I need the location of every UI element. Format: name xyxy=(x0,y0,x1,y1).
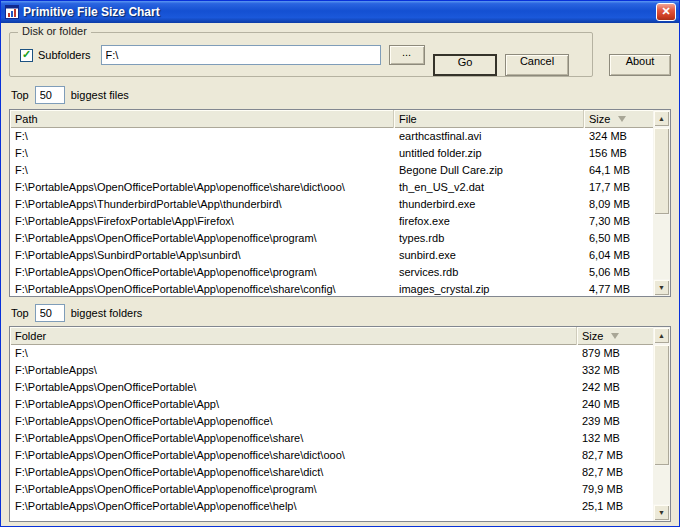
cell-size: 5,06 MB xyxy=(584,264,653,281)
cell-size: 6,04 MB xyxy=(584,247,653,264)
cell-file: Begone Dull Care.zip xyxy=(394,162,584,179)
cell-folder: F:\PortableApps\OpenOfficePortable\App\o… xyxy=(10,430,577,447)
files-caption-label: biggest files xyxy=(71,89,129,101)
files-table-body: F:\earthcastfinal.avi324 MBF:\untitled f… xyxy=(10,128,653,296)
table-row[interactable]: F:\PortableApps\OpenOfficePortable\App\o… xyxy=(10,498,653,515)
folders-scroll-track[interactable] xyxy=(653,344,670,504)
table-row[interactable]: F:\PortableApps\OpenOfficePortable\App\o… xyxy=(10,179,653,196)
cell-path: F:\PortableApps\FirefoxPortable\App\Fire… xyxy=(10,213,394,230)
folders-caption-label: biggest folders xyxy=(71,307,143,319)
table-row[interactable]: F:\PortableApps\OpenOfficePortable\App\o… xyxy=(10,264,653,281)
close-icon: ✕ xyxy=(661,5,670,17)
files-scrollbar[interactable]: ▲ ▼ xyxy=(653,110,670,296)
table-row[interactable]: F:\PortableApps\SunbirdPortable\App\sunb… xyxy=(10,247,653,264)
table-row[interactable]: F:\PortableApps\OpenOfficePortable\App\o… xyxy=(10,481,653,498)
cell-path: F:\ xyxy=(10,128,394,145)
folders-scrollbar[interactable]: ▲ ▼ xyxy=(653,327,670,521)
files-caption: Top biggest files xyxy=(11,86,129,104)
cell-folder: F:\PortableApps\OpenOfficePortable\App\o… xyxy=(10,481,577,498)
cell-folder: F:\PortableApps\OpenOfficePortable\App\o… xyxy=(10,413,577,430)
cell-file: firefox.exe xyxy=(394,213,584,230)
cell-folder: F:\PortableApps\OpenOfficePortable\App\ xyxy=(10,396,577,413)
column-header-folder[interactable]: Folder xyxy=(10,327,577,345)
column-header-file[interactable]: File xyxy=(394,110,584,128)
folders-scroll-thumb[interactable] xyxy=(653,344,670,466)
files-scroll-track[interactable] xyxy=(653,127,670,279)
files-scroll-up-button[interactable]: ▲ xyxy=(653,110,670,127)
table-row[interactable]: F:\Begone Dull Care.zip64,1 MB xyxy=(10,162,653,179)
cell-size: 64,1 MB xyxy=(584,162,653,179)
arrow-up-icon: ▲ xyxy=(658,115,665,122)
cell-size: 156 MB xyxy=(584,145,653,162)
table-row[interactable]: F:\PortableApps\OpenOfficePortable\App\o… xyxy=(10,430,653,447)
column-header-path[interactable]: Path xyxy=(10,110,394,128)
cell-file: types.rdb xyxy=(394,230,584,247)
table-row[interactable]: F:\PortableApps\332 MB xyxy=(10,362,653,379)
app-window: Primitive File Size Chart ✕ Disk or fold… xyxy=(0,0,680,527)
folders-table-body: F:\879 MBF:\PortableApps\332 MBF:\Portab… xyxy=(10,345,653,521)
path-input[interactable] xyxy=(101,45,381,65)
cancel-button[interactable]: Cancel xyxy=(505,54,569,76)
table-row[interactable]: F:\PortableApps\ThunderbirdPortable\App\… xyxy=(10,196,653,213)
cell-folder: F:\PortableApps\OpenOfficePortable\ xyxy=(10,379,577,396)
table-row[interactable]: F:\PortableApps\FirefoxPortable\App\Fire… xyxy=(10,213,653,230)
cell-path: F:\ xyxy=(10,162,394,179)
close-button[interactable]: ✕ xyxy=(656,3,676,21)
cell-size: 8,09 MB xyxy=(584,196,653,213)
table-row[interactable]: F:\PortableApps\OpenOfficePortable\App\o… xyxy=(10,230,653,247)
files-scroll-down-button[interactable]: ▼ xyxy=(653,279,670,296)
about-button[interactable]: About xyxy=(609,54,671,76)
sort-descending-icon xyxy=(611,333,619,339)
cell-path: F:\PortableApps\OpenOfficePortable\App\o… xyxy=(10,179,394,196)
files-table-header: Path File Size xyxy=(10,110,653,128)
cell-folder: F:\PortableApps\ xyxy=(10,362,577,379)
cell-file: th_en_US_v2.dat xyxy=(394,179,584,196)
table-row[interactable]: F:\879 MB xyxy=(10,345,653,362)
cell-file: images_crystal.zip xyxy=(394,281,584,296)
cell-folder: F:\PortableApps\OpenOfficePortable\App\o… xyxy=(10,498,577,515)
table-row[interactable]: F:\untitled folder.zip156 MB xyxy=(10,145,653,162)
cell-folder: F:\PortableApps\OpenOfficePortable\App\o… xyxy=(10,447,577,464)
folders-count-input[interactable] xyxy=(35,304,65,322)
column-header-folder-size[interactable]: Size xyxy=(577,327,653,345)
folders-scroll-down-button[interactable]: ▼ xyxy=(653,504,670,521)
table-row[interactable]: F:\PortableApps\OpenOfficePortable\App\o… xyxy=(10,413,653,430)
files-scroll-thumb[interactable] xyxy=(653,127,670,215)
files-table: Path File Size F:\earthcastfinal.avi324 … xyxy=(9,109,671,297)
cell-file: sunbird.exe xyxy=(394,247,584,264)
browse-button[interactable]: ... xyxy=(389,45,425,65)
cell-size: 132 MB xyxy=(577,430,653,447)
folders-scroll-up-button[interactable]: ▲ xyxy=(653,327,670,344)
cell-size: 332 MB xyxy=(577,362,653,379)
column-header-size[interactable]: Size xyxy=(584,110,653,128)
subfolders-checkbox[interactable]: ✓ xyxy=(20,49,33,62)
folders-top-label: Top xyxy=(11,307,29,319)
column-header-folder-label: Folder xyxy=(15,330,46,342)
go-button[interactable]: Go xyxy=(433,54,497,76)
column-header-path-label: Path xyxy=(15,113,38,125)
files-top-label: Top xyxy=(11,89,29,101)
window-title: Primitive File Size Chart xyxy=(23,5,656,19)
folders-table-header: Folder Size xyxy=(10,327,653,345)
cell-file: thunderbird.exe xyxy=(394,196,584,213)
window-content: Disk or folder ✓ Subfolders ... Go Cance… xyxy=(1,23,679,526)
table-row[interactable]: F:\PortableApps\OpenOfficePortable\App\o… xyxy=(10,464,653,481)
cell-size: 82,7 MB xyxy=(577,447,653,464)
subfolders-label: Subfolders xyxy=(38,49,91,61)
cell-path: F:\ xyxy=(10,145,394,162)
cell-path: F:\PortableApps\OpenOfficePortable\App\o… xyxy=(10,281,394,296)
cell-size: 7,30 MB xyxy=(584,213,653,230)
cell-file: earthcastfinal.avi xyxy=(394,128,584,145)
table-row[interactable]: F:\PortableApps\OpenOfficePortable\App\2… xyxy=(10,396,653,413)
cell-size: 239 MB xyxy=(577,413,653,430)
cell-size: 4,77 MB xyxy=(584,281,653,296)
table-row[interactable]: F:\earthcastfinal.avi324 MB xyxy=(10,128,653,145)
table-row[interactable]: F:\PortableApps\OpenOfficePortable\App\o… xyxy=(10,447,653,464)
files-count-input[interactable] xyxy=(35,86,65,104)
table-row[interactable]: F:\PortableApps\OpenOfficePortable\App\o… xyxy=(10,281,653,296)
title-bar[interactable]: Primitive File Size Chart ✕ xyxy=(1,1,679,23)
table-row[interactable]: F:\PortableApps\OpenOfficePortable\242 M… xyxy=(10,379,653,396)
arrow-up-icon: ▲ xyxy=(658,332,665,339)
column-header-folder-size-label: Size xyxy=(582,330,603,342)
cell-size: 17,7 MB xyxy=(584,179,653,196)
